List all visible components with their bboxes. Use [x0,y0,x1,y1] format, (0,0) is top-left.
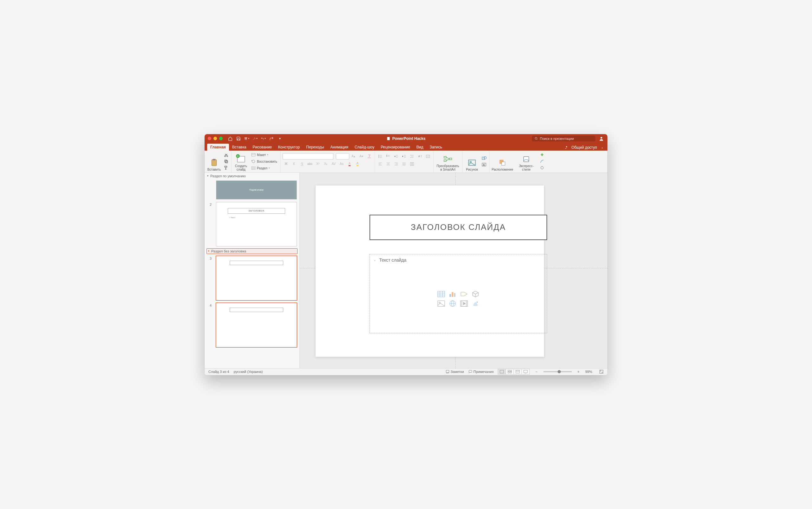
share-button[interactable]: Общий доступ [562,144,600,150]
align-center-button[interactable] [385,161,392,167]
body-placeholder[interactable]: Текст слайда [370,254,547,333]
change-case-button[interactable]: Aa [338,161,345,167]
shape-fill-button[interactable] [539,152,545,158]
slide-thumb-4[interactable]: 4 [205,302,299,348]
qat-customize-icon[interactable]: ▾ [277,136,282,141]
insert-online-picture-icon[interactable] [448,300,458,307]
sorter-view-button[interactable] [506,369,514,375]
tab-animations[interactable]: Анимация [327,144,351,150]
font-size-select[interactable] [336,153,349,160]
zoom-window-button[interactable] [219,137,223,140]
insert-video-icon[interactable] [459,300,469,307]
tab-transitions[interactable]: Переходы [303,144,327,150]
decrease-font-button[interactable]: A▾ [358,153,365,160]
shape-effects-button[interactable] [539,165,545,171]
text-direction-button[interactable]: A [416,153,424,160]
reset-button[interactable]: Восстановить [250,159,278,164]
text-box-button[interactable]: A [481,162,487,167]
section-header-untitled[interactable]: ▾Раздел без заголовка [206,248,298,254]
shapes-button[interactable] [481,156,487,161]
char-spacing-button[interactable]: AV [330,161,337,167]
align-right-button[interactable] [393,161,400,167]
normal-view-button[interactable] [498,369,506,375]
collapse-ribbon-button[interactable]: ˄ [600,147,605,150]
underline-button[interactable]: Ч [299,161,305,167]
minimize-window-button[interactable] [213,137,217,140]
zoom-level[interactable]: 99% [585,370,592,374]
undo-icon[interactable]: ▾ [261,136,266,141]
search-input[interactable]: Поиск в презентации [532,136,595,141]
language-indicator[interactable]: русский (Украина) [234,370,263,374]
font-color-button[interactable]: A [346,161,353,167]
quick-styles-button[interactable]: Экспресс-стили [515,151,538,171]
tab-design[interactable]: Конструктор [275,144,303,150]
highlight-button[interactable]: A [354,161,361,167]
tab-review[interactable]: Рецензирование [377,144,413,150]
touch-mode-icon[interactable]: ▾ [252,136,258,141]
svg-point-28 [379,157,379,158]
copy-button[interactable] [223,159,229,164]
zoom-in-button[interactable]: + [576,370,581,374]
save-icon[interactable] [236,136,241,141]
insert-3d-icon[interactable] [471,290,480,298]
slideshow-view-button[interactable] [521,369,530,375]
picture-button[interactable]: Рисунок [464,151,480,171]
superscript-button[interactable]: X² [314,161,321,167]
strikethrough-button[interactable]: abc [306,161,313,167]
layout-button[interactable]: Макет▾ [250,152,278,158]
align-text-button[interactable] [425,153,431,160]
line-spacing-button[interactable] [409,153,415,160]
increase-indent-button[interactable] [401,153,408,160]
insert-icon-icon[interactable] [471,300,480,307]
cut-button[interactable] [223,152,229,158]
slide-canvas[interactable]: ЗАГОЛОВОК СЛАЙДА Текст слайда [300,173,607,368]
slide-surface[interactable]: ЗАГОЛОВОК СЛАЙДА Текст слайда [315,185,544,357]
columns-button[interactable] [409,161,415,167]
insert-chart-icon[interactable] [448,290,458,298]
slide-panel[interactable]: ▾Раздел по умолчанию Подзаголовок 2 ЗАГО… [205,173,300,368]
paste-button[interactable]: Вставить [206,151,222,171]
fit-to-window-button[interactable] [599,369,604,374]
title-placeholder[interactable]: ЗАГОЛОВОК СЛАЙДА [370,215,547,240]
section-button[interactable]: Раздел▾ [250,165,278,171]
bold-button[interactable]: Ж [282,161,290,167]
insert-picture-icon[interactable] [436,300,446,307]
clear-format-button[interactable] [366,153,373,160]
tab-home[interactable]: Главная [207,144,229,150]
home-icon[interactable] [228,136,233,141]
format-painter-button[interactable] [223,165,229,171]
bullets-button[interactable] [377,153,384,160]
slide-thumb-1[interactable]: Подзаголовок [205,179,299,201]
increase-font-button[interactable]: A▴ [350,153,357,160]
redo-icon[interactable] [269,136,274,141]
arrange-button[interactable]: Расположение [491,151,513,171]
justify-button[interactable] [401,161,408,167]
close-window-button[interactable] [208,137,211,140]
presence-indicator[interactable] [599,136,604,141]
numbering-button[interactable]: 12 [385,153,392,160]
zoom-slider[interactable] [543,371,572,372]
align-left-button[interactable] [377,161,384,167]
tab-record[interactable]: Запись [427,144,445,150]
zoom-out-button[interactable]: − [534,370,539,374]
italic-button[interactable]: К [291,161,298,167]
insert-table-icon[interactable] [436,290,446,298]
slide-thumb-2[interactable]: 2 ЗАГОЛОВОК Текст [205,201,299,248]
tab-insert[interactable]: Вставка [229,144,250,150]
tab-view[interactable]: Вид [413,144,427,150]
section-header-default[interactable]: ▾Раздел по умолчанию [205,173,299,179]
shape-outline-button[interactable] [539,159,545,164]
tab-draw[interactable]: Рисование [249,144,275,150]
tab-slideshow[interactable]: Слайд-шоу [351,144,377,150]
print-icon[interactable]: ▾ [244,136,249,141]
insert-smartart-icon[interactable] [459,290,469,298]
new-slide-button[interactable]: + Создать слайд [233,151,249,171]
font-family-select[interactable] [282,153,333,160]
reading-view-button[interactable] [513,369,522,375]
notes-button[interactable]: Заметки [446,370,464,374]
slide-thumb-3[interactable]: 3 [205,254,299,302]
subscript-button[interactable]: X₂ [322,161,329,167]
decrease-indent-button[interactable] [393,153,400,160]
convert-smartart-button[interactable]: Преобразоватьв SmartArt [436,151,460,171]
comments-button[interactable]: Примечания [469,370,494,374]
